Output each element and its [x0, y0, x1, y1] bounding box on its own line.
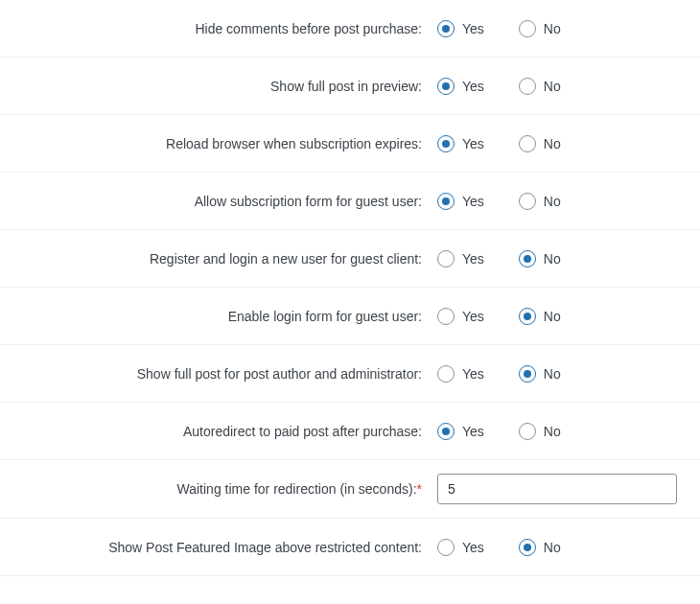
setting-control-featured-image: YesNo [432, 539, 700, 556]
setting-row-enable-login-guest: Enable login form for guest user:YesNo [0, 288, 700, 345]
radio-reload-browser-no[interactable]: No [519, 135, 561, 152]
radio-label-text: No [544, 366, 561, 382]
radio-featured-image-no[interactable]: No [519, 539, 561, 556]
radio-hide-comments-no[interactable]: No [519, 20, 561, 37]
radio-icon [519, 308, 536, 325]
radio-icon [437, 250, 455, 267]
radio-label-text: Yes [462, 194, 484, 209]
radio-icon [519, 365, 536, 383]
radio-label-text: Yes [462, 79, 484, 94]
setting-label-hide-comments: Hide comments before post purchase: [0, 21, 432, 36]
setting-label-register-guest: Register and login a new user for guest … [0, 251, 432, 267]
radio-icon [437, 193, 455, 210]
setting-control-show-full-preview: YesNo [432, 78, 700, 95]
setting-control-reload-browser: YesNo [432, 135, 700, 152]
setting-control-autoredirect: YesNo [432, 423, 700, 440]
radio-icon [437, 78, 455, 95]
setting-label-autoredirect: Autoredirect to paid post after purchase… [0, 424, 432, 439]
required-asterisk: * [417, 481, 422, 497]
radio-icon [519, 423, 536, 440]
radio-label-text: No [544, 424, 561, 439]
radio-icon [437, 135, 455, 152]
radio-show-full-preview-no[interactable]: No [519, 78, 561, 95]
radio-show-full-preview-yes[interactable]: Yes [437, 78, 484, 95]
radio-label-text: Yes [462, 366, 484, 382]
radio-autoredirect-no[interactable]: No [519, 423, 561, 440]
radio-register-guest-no[interactable]: No [519, 250, 561, 267]
radio-featured-image-yes[interactable]: Yes [437, 539, 484, 556]
radio-icon [519, 539, 536, 556]
radio-label-text: Yes [462, 540, 484, 555]
radio-label-text: No [544, 251, 561, 267]
radio-label-text: Yes [462, 21, 484, 36]
radio-icon [519, 135, 536, 152]
setting-row-hide-comments: Hide comments before post purchase:YesNo [0, 0, 700, 58]
setting-row-featured-image: Show Post Featured Image above restricte… [0, 519, 700, 576]
radio-full-post-author-no[interactable]: No [519, 365, 561, 383]
radio-register-guest-yes[interactable]: Yes [437, 250, 484, 267]
setting-label-show-full-preview: Show full post in preview: [0, 79, 432, 94]
radio-label-text: Yes [462, 424, 484, 439]
radio-icon [437, 365, 455, 383]
setting-label-full-post-author: Show full post for post author and admin… [0, 366, 432, 382]
radio-label-text: Yes [462, 309, 484, 324]
setting-control-enable-login-guest: YesNo [432, 308, 700, 325]
setting-label-allow-sub-guest: Allow subscription form for guest user: [0, 194, 432, 209]
radio-label-text: No [544, 309, 561, 324]
setting-control-register-guest: YesNo [432, 250, 700, 267]
setting-label-waiting-time: Waiting time for redirection (in seconds… [0, 481, 432, 497]
setting-label-reload-browser: Reload browser when subscription expires… [0, 136, 432, 151]
input-waiting-time[interactable] [437, 474, 677, 504]
setting-control-hide-comments: YesNo [432, 20, 700, 37]
radio-allow-sub-guest-no[interactable]: No [519, 193, 561, 210]
radio-full-post-author-yes[interactable]: Yes [437, 365, 484, 383]
setting-control-full-post-author: YesNo [432, 365, 700, 383]
radio-reload-browser-yes[interactable]: Yes [437, 135, 484, 152]
radio-icon [519, 250, 536, 267]
setting-row-waiting-time: Waiting time for redirection (in seconds… [0, 460, 700, 519]
radio-allow-sub-guest-yes[interactable]: Yes [437, 193, 484, 210]
setting-control-allow-sub-guest: YesNo [432, 193, 700, 210]
radio-icon [437, 308, 455, 325]
radio-icon [519, 193, 536, 210]
setting-row-reload-browser: Reload browser when subscription expires… [0, 115, 700, 173]
radio-label-text: No [544, 136, 561, 151]
setting-row-full-post-author: Show full post for post author and admin… [0, 345, 700, 403]
setting-label-featured-image: Show Post Featured Image above restricte… [0, 540, 432, 555]
setting-row-register-guest: Register and login a new user for guest … [0, 230, 700, 288]
radio-label-text: No [544, 540, 561, 555]
radio-icon [437, 539, 455, 556]
setting-row-show-full-preview: Show full post in preview:YesNo [0, 58, 700, 115]
radio-enable-login-guest-no[interactable]: No [519, 308, 561, 325]
radio-icon [437, 20, 455, 37]
radio-label-text: No [544, 194, 561, 209]
radio-icon [519, 20, 536, 37]
radio-label-text: No [544, 79, 561, 94]
radio-label-text: No [544, 21, 561, 36]
setting-control-waiting-time [432, 474, 700, 504]
radio-autoredirect-yes[interactable]: Yes [437, 423, 484, 440]
radio-label-text: Yes [462, 251, 484, 267]
setting-label-enable-login-guest: Enable login form for guest user: [0, 309, 432, 324]
radio-hide-comments-yes[interactable]: Yes [437, 20, 484, 37]
radio-icon [437, 423, 455, 440]
setting-row-allow-sub-guest: Allow subscription form for guest user:Y… [0, 173, 700, 230]
radio-label-text: Yes [462, 136, 484, 151]
radio-enable-login-guest-yes[interactable]: Yes [437, 308, 484, 325]
setting-row-autoredirect: Autoredirect to paid post after purchase… [0, 403, 700, 460]
radio-icon [519, 78, 536, 95]
